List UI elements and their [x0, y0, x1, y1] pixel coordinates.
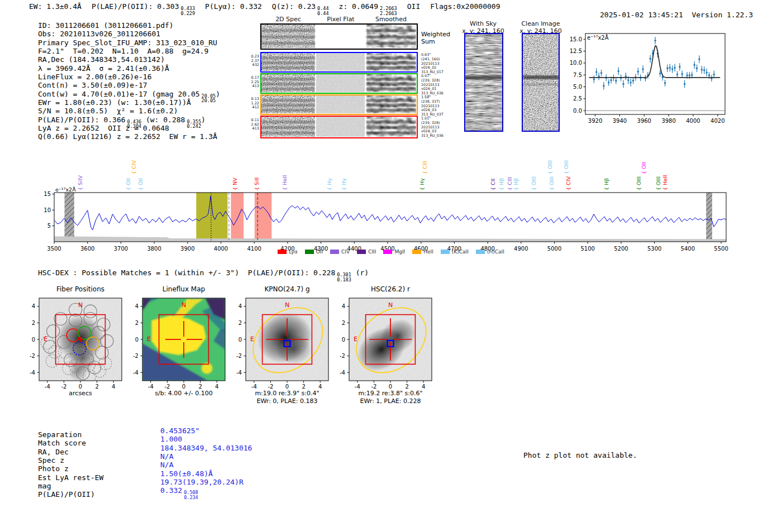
inset-y-tick: 10.0	[570, 60, 582, 66]
stacked-fraction: 0.5080.234	[184, 490, 198, 500]
cutout-y-tick: 2	[135, 320, 139, 326]
match-row-value: 1.50(±0.48)Å	[160, 470, 252, 478]
data-point	[650, 58, 651, 60]
header-stat: OII	[407, 2, 420, 11]
cutout-fiber: Fiber PositionsNE-4-4-2-2002244arcsecs	[16, 282, 130, 406]
emission-line-label: { HeII	[662, 175, 668, 190]
stacked-fraction: 0.3550.242	[187, 119, 201, 129]
info-line: Primary Spec_Slot_IFU_AMP: 313_023_010_R…	[38, 39, 220, 47]
twod-row-annotation: 0.97"(239, 328)20210113v026_01313_RU_036	[421, 74, 444, 96]
legend-label: CIII	[368, 249, 376, 255]
info-line: LineFlux = 2.00(±0.26)e-16	[38, 73, 220, 81]
twod-row-left-labels: 0.232.37432	[246, 55, 259, 68]
emission-line-label: { OIII	[549, 176, 555, 190]
data-point	[625, 75, 627, 77]
twod-row-annotation: 1.58"(238, 337)20210113v026_03313_RU_037	[421, 95, 444, 117]
report-meta: 2025-01-02 13:45:21 Version 1.22.3	[583, 2, 753, 27]
cutout-y-tick: 0	[135, 337, 139, 343]
emission-line-label: { CIV	[565, 176, 571, 190]
legend-swatch	[278, 250, 287, 254]
cutout-x-tick: 0	[285, 384, 289, 390]
cutout-x-tick: -2	[268, 384, 273, 390]
legend-item: CIII	[357, 249, 376, 255]
sky-panel-title: With Sky	[470, 20, 497, 27]
twod-row	[260, 94, 418, 115]
sky-image	[522, 33, 560, 132]
match-row-value: N/A	[160, 453, 252, 461]
emission-line-label: { Hβ	[603, 178, 609, 190]
twod-row-annotation: 0.63"(241, 160)20210113v026_02313_RU_017	[421, 53, 444, 75]
match-row-label: Est LyA rest-EW	[38, 474, 103, 482]
cutout-y-tick: -4	[133, 370, 139, 376]
cutout-y-tick: -2	[340, 353, 345, 359]
main-y-tick: 15	[44, 191, 51, 197]
report-version: Version 1.22.3	[692, 11, 753, 19]
cutout-x-tick: 0	[389, 384, 392, 390]
inset-x-tick: 4020	[711, 118, 724, 124]
data-point	[674, 67, 675, 69]
compass-north: N	[182, 301, 186, 309]
text-segment: LineFlux = 2.00(±0.26)e-16	[38, 73, 152, 81]
text-segment: Obs: 20210113v026_3011206601	[38, 30, 160, 38]
report-datetime: 2025-01-02 13:45:21	[600, 11, 683, 19]
info-line: EWr = 1.80(±0.23) (w: 1.30(±0.17))Å	[38, 98, 220, 107]
spec-image-cell	[316, 95, 365, 113]
info-line: Cont(w) = 4.70(±0.01)e-17 (gmag 20.0520.…	[38, 90, 220, 98]
cutout-image: HSC(26.2) rNE-4-4-2-2002244m:19.2 re:3.8…	[326, 282, 440, 406]
info-line: ID: 3011206601 (3011206601.pdf)	[38, 21, 220, 30]
match-row-label: Photo z	[38, 465, 103, 473]
elixer-report: EW: 1.3±0.4ÅP(LAE)/P(OII): 0.3030.4330.2…	[0, 0, 782, 532]
data-point	[654, 40, 656, 41]
cutout-x-tick: 0	[182, 384, 185, 390]
legend-item: CIV	[330, 249, 350, 255]
twod-row-images	[261, 53, 416, 71]
main-x-tick: 5300	[647, 246, 661, 252]
olive-detection-band	[196, 193, 227, 242]
match-row-label: mag	[38, 482, 103, 491]
hscdex-match-line: HSC-DEX : Possible Matches = 1 (within +…	[38, 269, 369, 282]
data-point	[595, 71, 597, 73]
main-x-tick: 5000	[547, 246, 561, 252]
legend-item: (K)CaII	[441, 249, 469, 255]
emission-line-label: { Hγ	[419, 178, 425, 190]
twod-column-title: Pixel Flat	[327, 16, 354, 23]
legend-item: (H)CaII	[476, 249, 504, 255]
cutout-x-tick: 4	[422, 384, 425, 390]
data-point	[622, 83, 624, 85]
data-point	[598, 75, 599, 77]
compass-east: E	[44, 336, 47, 343]
text-segment: RA,Dec (184.348343,54.013142)	[38, 55, 165, 64]
header-stat: Flags:0x20000009	[430, 2, 500, 11]
sky-image	[464, 33, 503, 132]
cutout-y-tick: -4	[340, 370, 345, 376]
text-segment: )	[216, 90, 220, 98]
data-point	[642, 68, 643, 70]
cutout-lineflux: Lineflux MapNE-4-4-2-2002244s/b: 4.00 +/…	[119, 282, 233, 406]
legend-label: Lyα	[289, 249, 297, 255]
twod-row-images	[261, 95, 416, 113]
inset-x-tick: 3920	[588, 118, 602, 124]
text-segment: Primary Spec_Slot_IFU_AMP: 313_023_010_R…	[38, 39, 217, 47]
cutout-x-tick: -2	[371, 384, 376, 390]
twod-column-title: Smoothed	[375, 16, 407, 23]
legend-swatch	[357, 250, 366, 254]
text-segment: P(LAE)/P(OII): 0.366	[38, 116, 126, 124]
legend-label: (H)CaII	[487, 249, 504, 255]
emission-line-label: { Hβ	[513, 178, 519, 190]
cutout-x-tick: -4	[45, 384, 50, 390]
twod-row-left-labels: 0.112.62413	[246, 118, 259, 131]
text-segment: (r)	[351, 269, 369, 277]
text-segment: S/N = 10.8(±0.5) χ² = 1.6(±0.2)	[38, 107, 178, 115]
data-point	[693, 64, 695, 66]
twod-row	[260, 116, 418, 138]
main-x-tick: 5100	[581, 246, 595, 252]
header-stat: EW: 1.3±0.4Å	[29, 2, 82, 11]
cutout-xlabel: s/b: 4.00 +/- 0.100	[155, 390, 213, 397]
full-spectrum-chart: 3500360037003800390040004100420043004400…	[31, 151, 757, 260]
cutout-title: Lineflux Map	[163, 285, 205, 293]
emission-line-label: { Hβ	[498, 178, 504, 190]
stacked-fraction: 0.3010.183	[337, 272, 351, 282]
text-segment: z: 0.0649	[339, 2, 378, 11]
legend-swatch	[383, 250, 392, 254]
twod-row	[260, 23, 418, 50]
